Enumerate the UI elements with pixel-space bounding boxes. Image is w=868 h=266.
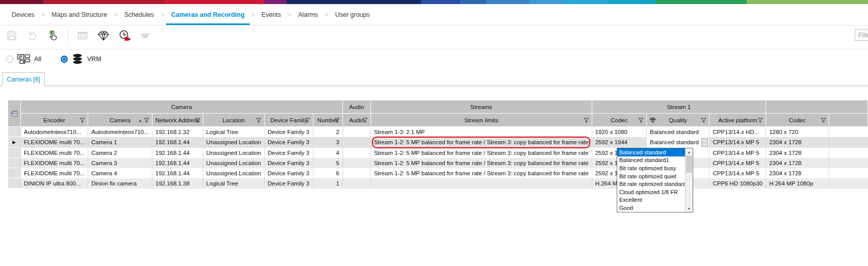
column-header-device-family[interactable]: Device Family — [265, 114, 313, 127]
cell-network-address[interactable]: 192.168.1.38 — [152, 178, 203, 189]
cell-location[interactable]: Unassigned Location — [203, 158, 264, 168]
dropdown-option-balanced-standard1[interactable]: Balanced standard1 — [617, 156, 685, 165]
cell-stream1-codec[interactable]: 1920 x 1080 — [592, 127, 646, 137]
cell-location[interactable]: Logical Tree — [203, 178, 264, 189]
scroll-track[interactable] — [686, 173, 693, 205]
view-option-all[interactable]: All — [6, 54, 41, 65]
cell-camera[interactable]: Camera 4 — [88, 168, 152, 178]
cell-stream2-codec[interactable]: 2304 x 1728 — [766, 158, 829, 168]
cell-number[interactable]: 2 — [313, 127, 343, 137]
cell-device-family[interactable]: Device Family 3 — [265, 178, 313, 189]
column-header-location[interactable]: Location — [203, 114, 264, 127]
breadcrumb-item-cameras-and-recording[interactable]: Cameras and Recording — [165, 4, 251, 25]
cell-number[interactable]: 6 — [313, 168, 343, 178]
cell-camera[interactable]: Camera 1 — [88, 137, 152, 148]
radio-vrm-checked[interactable] — [61, 56, 68, 63]
filter-funnel-icon[interactable] — [256, 117, 261, 123]
cell-audio[interactable] — [343, 127, 371, 137]
table-row[interactable]: AutodomeInteox710...AutodomeInteox710...… — [8, 127, 868, 137]
tab-cameras[interactable]: Cameras [6] — [2, 72, 45, 86]
radio-all[interactable] — [6, 56, 13, 63]
dropdown-option-balanced-standard[interactable]: Balanced standard — [617, 148, 685, 156]
filter-funnel-icon[interactable] — [584, 117, 589, 123]
breadcrumb-item-user-groups[interactable]: User groups — [328, 4, 376, 25]
column-header-stream-limits[interactable]: Stream limits — [371, 114, 592, 127]
quality-more-button[interactable]: ... — [701, 138, 708, 147]
breadcrumb-item-schedules[interactable]: Schedules — [118, 4, 161, 25]
filter-funnel-icon[interactable] — [701, 117, 706, 123]
scroll-up-arrow-icon[interactable]: ▲ — [686, 148, 693, 155]
hand-pointer-button[interactable] — [47, 29, 60, 42]
cell-stream1-quality[interactable]: Balanced standard... — [647, 137, 709, 148]
cell-network-address[interactable]: 192.168.1.32 — [152, 127, 203, 137]
cell-location[interactable]: Unassigned Location — [203, 148, 264, 158]
cell-stream-limits[interactable]: Stream 1-2: 5 MP balanced for frame rate… — [371, 137, 592, 148]
cell-stream2-codec[interactable]: H.264 MP 1080p — [766, 178, 829, 189]
cell-stream1-active-platform[interactable]: CPP13/14.x HD... — [709, 127, 766, 137]
cell-stream1-active-platform[interactable]: CPP6 HD 1080p30 — [709, 178, 766, 189]
dropdown-scrollbar[interactable]: ▲ ▼ — [685, 148, 693, 212]
row-selector[interactable] — [8, 127, 21, 137]
cell-camera[interactable]: AutodomeInteox710... — [88, 127, 152, 137]
cell-location[interactable]: Logical Tree — [203, 127, 264, 137]
cell-network-address[interactable]: 192.168.1.44 — [152, 168, 203, 178]
cell-stream-limits[interactable]: Stream 1-3: 2.1 MP — [371, 127, 592, 137]
cell-device-family[interactable]: Device Family 3 — [265, 158, 313, 168]
row-selector[interactable] — [8, 178, 21, 189]
dropdown-option-bit-rate-optimized-quiet[interactable]: Bit rate optimized quiet — [617, 172, 685, 180]
cell-stream1-active-platform[interactable]: CPP13/14.x MP 5 — [709, 137, 766, 148]
filter-funnel-icon[interactable] — [334, 117, 340, 123]
filter-funnel-icon[interactable] — [638, 117, 644, 123]
dropdown-option-excellent[interactable]: Excellent — [617, 196, 685, 204]
column-header-number[interactable]: Number — [313, 114, 343, 127]
cell-stream1-active-platform[interactable]: CPP13/14.x MP 5 — [709, 148, 766, 158]
column-header-stream1-codec[interactable]: Codec — [592, 114, 646, 127]
cell-device-family[interactable]: Device Family 3 — [265, 137, 313, 148]
table-row[interactable]: FLEXIDOME multi 70...Camera 3192.168.1.4… — [8, 158, 868, 168]
cell-device-family[interactable]: Device Family 3 — [265, 148, 313, 158]
filter-funnel-icon[interactable] — [305, 117, 310, 123]
dropdown-option-bit-rate-optimized-standard[interactable]: Bit rate optimized standard — [617, 180, 685, 188]
cell-stream1-active-platform[interactable]: CPP13/14.x MP 5 — [709, 168, 766, 178]
column-header-camera[interactable]: Camera▲ — [88, 114, 152, 127]
column-header-stream1-quality[interactable]: Quality — [647, 114, 709, 127]
filter-funnel-icon[interactable] — [757, 117, 763, 123]
cell-camera[interactable]: Dinion fix camera — [88, 178, 152, 189]
cell-number[interactable]: 3 — [313, 137, 343, 148]
dropdown-option-bit-rate-optimized-busy[interactable]: Bit rate optimized busy — [617, 164, 685, 172]
dropdown-option-good[interactable]: Good — [617, 204, 685, 212]
filter-funnel-icon[interactable] — [195, 117, 200, 123]
filter-funnel-icon[interactable] — [362, 117, 368, 123]
filter-funnel-icon[interactable] — [80, 117, 85, 123]
quality-diamond-button[interactable] — [97, 29, 110, 42]
dropdown-option-cloud-optimized-1-8-fr[interactable]: Cloud optimized 1/8 FR — [617, 188, 685, 196]
column-header-stream1-active-platform[interactable]: Active platform — [709, 114, 766, 127]
column-header-audio[interactable]: Audio — [343, 114, 371, 127]
cell-encoder[interactable]: DINION IP ultra 800... — [20, 178, 88, 189]
column-header-stream2-codec[interactable]: Codec — [766, 114, 829, 127]
cell-network-address[interactable]: 192.168.1.44 — [152, 148, 203, 158]
cell-network-address[interactable]: 192.168.1.44 — [152, 137, 203, 148]
cell-encoder[interactable]: FLEXIDOME multi 70... — [20, 137, 88, 148]
filter-funnel-icon[interactable] — [821, 117, 826, 123]
cell-encoder[interactable]: AutodomeInteox710... — [20, 127, 88, 137]
row-selector[interactable] — [8, 148, 21, 158]
row-selector[interactable] — [8, 158, 21, 168]
cell-stream1-quality[interactable]: Balanced standard — [647, 127, 709, 137]
breadcrumb-item-devices[interactable]: Devices — [5, 4, 41, 25]
cell-audio[interactable] — [343, 148, 371, 158]
cell-encoder[interactable]: FLEXIDOME multi 70... — [20, 168, 88, 178]
cell-device-family[interactable]: Device Family 3 — [265, 127, 313, 137]
cell-device-family[interactable]: Device Family 3 — [265, 168, 313, 178]
cell-stream1-active-platform[interactable]: CPP13/14.x MP 5 — [709, 158, 766, 168]
cell-stream2-codec[interactable]: 1280 x 720 — [766, 127, 829, 137]
cell-location[interactable]: Unassigned Location — [203, 137, 264, 148]
table-row[interactable]: FLEXIDOME multi 70...Camera 4192.168.1.4… — [8, 168, 868, 178]
cell-stream1-codec[interactable]: 2592 x 1944 — [592, 137, 646, 148]
table-corner-button[interactable] — [8, 100, 21, 127]
table-row[interactable]: DINION IP ultra 800...Dinion fix camera1… — [8, 178, 868, 189]
cell-encoder[interactable]: FLEXIDOME multi 70... — [20, 158, 88, 168]
cell-location[interactable]: Unassigned Location — [203, 168, 264, 178]
scroll-thumb[interactable] — [686, 155, 692, 173]
cell-number[interactable]: 4 — [313, 148, 343, 158]
